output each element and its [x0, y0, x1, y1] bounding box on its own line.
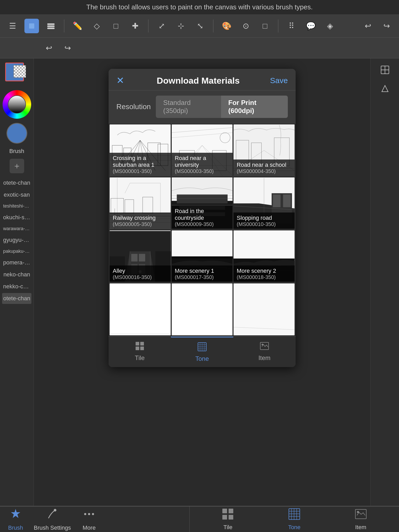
- layer-item-otete-chan-2[interactable]: otete-chan: [2, 293, 31, 304]
- transform-icon[interactable]: ⊹: [174, 19, 188, 33]
- undo-icon[interactable]: ↩: [42, 41, 56, 55]
- svg-rect-84: [140, 342, 144, 345]
- tone-bottom-label: Tone: [288, 524, 301, 531]
- toolbar-divider-4: [278, 19, 278, 32]
- svg-point-111: [54, 509, 56, 511]
- material-item-11[interactable]: [234, 283, 295, 335]
- more-icon: [83, 508, 96, 523]
- svg-rect-65: [131, 254, 137, 261]
- tile-bottom[interactable]: Tile: [222, 508, 234, 531]
- svg-point-127: [357, 511, 359, 513]
- tone-tab-label: Tone: [195, 355, 209, 362]
- redo-icon[interactable]: ↪: [60, 41, 75, 55]
- menu-icon[interactable]: ☰: [5, 19, 20, 33]
- svg-marker-110: [11, 509, 20, 518]
- material-name-1: Road near a university: [175, 155, 230, 168]
- layer-item-neko[interactable]: neko-chan: [2, 269, 31, 280]
- layer-item-warawara[interactable]: warawara-chan: [2, 224, 31, 234]
- material-id-2: (MS000004-350): [237, 168, 276, 174]
- svg-rect-74: [172, 256, 233, 258]
- undo-icon-right[interactable]: ↩: [361, 19, 375, 33]
- material-name-3: Railway crossing: [113, 215, 168, 221]
- crop-icon[interactable]: ⤡: [193, 19, 207, 33]
- right-tool-2[interactable]: [378, 81, 392, 96]
- material-item-0[interactable]: Crossing in a suburban area 1 (MS000001-…: [110, 124, 171, 176]
- layer-item-pakupaku[interactable]: pakupaku-cha: [2, 247, 31, 256]
- material-name-4: Road in the countryside: [175, 208, 230, 221]
- right-tool-1[interactable]: [378, 63, 392, 77]
- color-fill-icon[interactable]: □: [258, 19, 272, 33]
- layer-item-okuchi-san[interactable]: okuchi-san: [2, 212, 31, 223]
- layer-item-pomera[interactable]: pomera-nyan: [2, 257, 31, 268]
- tone-bottom[interactable]: Tone: [288, 508, 301, 531]
- material-item-8[interactable]: More scenery 2 (MS000018-350): [234, 230, 295, 282]
- panel-icon[interactable]: ◈: [323, 19, 337, 33]
- material-id-5: (MS000010-350): [237, 221, 276, 227]
- material-item-1[interactable]: Road near a university (MS000003-350): [172, 124, 233, 176]
- gradient-icon[interactable]: ⊙: [238, 19, 253, 33]
- layer-item-nekko[interactable]: nekko-chan: [2, 281, 31, 292]
- modal-close-button[interactable]: ✕: [116, 75, 129, 86]
- layers-icon[interactable]: [44, 19, 58, 33]
- brush-tool-bottom[interactable]: Brush: [5, 508, 26, 531]
- canvas-area[interactable]: ✕ Download Materials Save Resolution Sta…: [34, 58, 370, 506]
- resolution-print[interactable]: For Print (600dpi): [221, 96, 288, 118]
- item-tab-icon: [260, 341, 269, 353]
- material-item-7[interactable]: More scenery 1 (MS000017-350): [172, 230, 233, 282]
- layer-item-teshiteshi[interactable]: teshiteshi-cha: [2, 201, 31, 211]
- svg-rect-85: [136, 347, 139, 350]
- resolution-standard[interactable]: Standard (350dpi): [156, 96, 221, 118]
- resolution-bar: Resolution Standard (350dpi) For Print (…: [109, 90, 296, 123]
- diamond-icon[interactable]: ◇: [89, 19, 104, 33]
- svg-rect-1: [29, 23, 34, 29]
- main-area: Brush ＋ otete-chan exotic-san teshiteshi…: [0, 58, 399, 506]
- layer-item-gyugyu[interactable]: gyugyu-chan: [2, 235, 31, 245]
- brush-settings-icon: [46, 508, 59, 523]
- item-bottom[interactable]: Item: [355, 508, 367, 531]
- background-color[interactable]: [14, 65, 26, 78]
- brush-settings-label: Brush Settings: [34, 524, 71, 531]
- material-item-6[interactable]: Alley (MS000016-350): [110, 230, 171, 282]
- material-item-4[interactable]: Road in the countryside (MS000009-350): [172, 177, 233, 229]
- material-title-6: Alley (MS000016-350): [110, 265, 171, 282]
- grid-icon[interactable]: ⠿: [284, 19, 299, 33]
- canvas-icon[interactable]: [24, 19, 39, 33]
- modal-tab-item[interactable]: Item: [233, 337, 296, 367]
- modal-tab-tile[interactable]: Tile: [109, 337, 171, 367]
- modal-save-button[interactable]: Save: [267, 76, 288, 85]
- move-icon[interactable]: ⤢: [154, 19, 169, 33]
- color-swatch-container[interactable]: [5, 63, 29, 86]
- material-item-2[interactable]: Road near a school (MS000004-350): [234, 124, 295, 176]
- material-item-10[interactable]: [172, 283, 233, 335]
- material-name-2: Road near a school: [237, 162, 291, 168]
- material-name-7: More scenery 1: [175, 268, 230, 274]
- add-layer-button[interactable]: ＋: [10, 159, 24, 173]
- fill-icon[interactable]: 🎨: [219, 19, 234, 33]
- svg-rect-115: [222, 509, 227, 513]
- tile-bottom-icon: [222, 508, 234, 522]
- brush-tool-icon[interactable]: ✏️: [70, 19, 85, 33]
- color-wheel[interactable]: [3, 90, 31, 119]
- modal-overlay[interactable]: ✕ Download Materials Save Resolution Sta…: [34, 58, 370, 506]
- materials-grid: Crossing in a suburban area 1 (MS000001-…: [109, 123, 296, 336]
- modal-tab-tone[interactable]: Tone: [171, 337, 233, 367]
- tone-tab-icon: [197, 342, 207, 354]
- saturation-brightness[interactable]: [8, 95, 26, 114]
- material-item-5[interactable]: Slopping road (MS000010-350): [234, 177, 295, 229]
- speech-icon[interactable]: 💬: [303, 19, 318, 33]
- brush-settings-bottom[interactable]: Brush Settings: [34, 508, 71, 531]
- layer-item-exotic-san[interactable]: exotic-san: [2, 189, 31, 200]
- more-bottom[interactable]: More: [79, 508, 99, 531]
- material-title-1: Road near a university (MS000003-350): [172, 153, 233, 176]
- tooltip-text: The brush tool allows users to paint on …: [86, 3, 312, 11]
- svg-rect-116: [229, 509, 233, 513]
- material-id-1: (MS000003-350): [175, 168, 214, 174]
- hue-ring[interactable]: [3, 90, 31, 119]
- layer-item-otete-chan-1[interactable]: otete-chan: [2, 177, 31, 188]
- rect-select-icon[interactable]: □: [109, 19, 123, 33]
- material-item-9[interactable]: [110, 283, 171, 335]
- material-item-3[interactable]: Railway crossing (MS000005-350): [110, 177, 171, 229]
- redo-icon-right[interactable]: ↪: [379, 19, 394, 33]
- lasso-icon[interactable]: ✚: [128, 19, 142, 33]
- color-indicator[interactable]: [6, 123, 27, 144]
